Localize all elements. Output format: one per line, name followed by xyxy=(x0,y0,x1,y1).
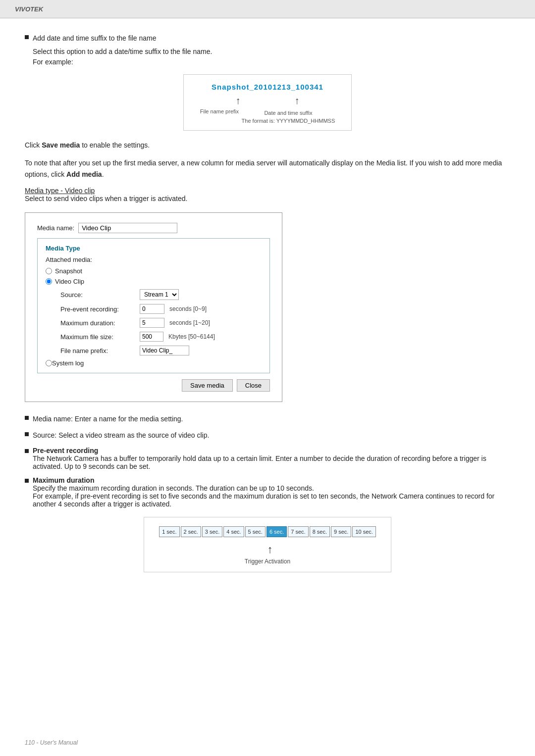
indent-line2: For example: xyxy=(33,57,510,67)
media-type-section-title: Media Type xyxy=(46,245,262,252)
media-name-input[interactable] xyxy=(78,223,177,233)
bullet-pre-event-content: Pre-event recording The Network Camera h… xyxy=(33,447,510,470)
filename-example-box: Snapshot_20101213_100341 ↑ ↑ File name p… xyxy=(183,74,352,131)
brand-label: VIVOTEK xyxy=(15,5,43,13)
bullet-max-duration: Maximum duration Specify the maximum rec… xyxy=(25,476,510,508)
close-button[interactable]: Close xyxy=(237,379,270,392)
snapshot-radio[interactable] xyxy=(46,268,52,274)
bullet-source-text: Source: Select a video stream as the sou… xyxy=(33,430,209,441)
pre-event-row: Pre-event recording: seconds [0~9] xyxy=(60,304,262,314)
media-type-subtext: Select to send video clips when a trigge… xyxy=(25,195,187,202)
timeline-cell: 4 sec. xyxy=(223,526,244,537)
max-duration-label: Maximum duration: xyxy=(60,319,140,327)
max-duration-text1: Specify the maximum recording duration i… xyxy=(33,484,314,492)
pre-event-text: The Network Camera has a buffer to tempo… xyxy=(33,454,486,470)
file-prefix-row: File name prefix: xyxy=(60,346,262,355)
bullet-pre-event: Pre-event recording The Network Camera h… xyxy=(25,447,510,470)
timeline-cell: 5 sec. xyxy=(245,526,266,537)
add-media-para: To note that after you set up the first … xyxy=(25,157,510,180)
save-media-button[interactable]: Save media xyxy=(182,379,233,392)
timeline-cell: 1 sec. xyxy=(159,526,179,537)
timeline-cell: 9 sec. xyxy=(331,526,351,537)
indent-line1: Select this option to add a date/time su… xyxy=(33,47,510,57)
save-media-suffix: to enable the settings. xyxy=(80,141,150,149)
arrows-row: ↑ ↑ xyxy=(194,95,341,106)
media-type-heading: Media type - Video clip Select to send v… xyxy=(25,187,510,202)
media-name-label: Media name: xyxy=(37,224,74,232)
bullet-max-duration-content: Maximum duration Specify the maximum rec… xyxy=(33,476,510,508)
max-duration-title: Maximum duration xyxy=(33,476,94,484)
label-format: The format is: YYYYMMDD_HHMMSS xyxy=(242,118,335,124)
label-datetime: Date and time suffix xyxy=(264,110,312,116)
bullet-date-suffix: Add date and time suffix to the file nam… xyxy=(25,33,510,44)
snapshot-label: Snapshot xyxy=(55,267,82,275)
max-duration-hint: seconds [1~20] xyxy=(169,319,210,326)
source-select[interactable]: Stream 1 xyxy=(140,289,179,300)
timeline-cell: 6 sec. xyxy=(267,526,287,537)
file-prefix-input[interactable] xyxy=(140,346,189,355)
max-file-input[interactable] xyxy=(140,332,163,342)
media-dialog: Media name: Media Type Attached media: S… xyxy=(25,212,282,402)
arrow-prefix: ↑ xyxy=(236,95,241,106)
add-media-bold: Add media xyxy=(66,170,102,178)
video-clip-radio-row: Video Clip xyxy=(46,278,262,285)
timeline-cell: 8 sec. xyxy=(310,526,330,537)
attached-media-label: Attached media: xyxy=(46,256,262,263)
max-duration-row: Maximum duration: seconds [1~20] xyxy=(60,318,262,328)
pre-event-input[interactable] xyxy=(140,304,164,314)
bullet-media-name-text: Media name: Enter a name for the media s… xyxy=(33,414,183,424)
source-label: Source: xyxy=(60,291,140,299)
tl-arrow: ↑ xyxy=(268,543,273,556)
bullet-source: Source: Select a video stream as the sou… xyxy=(25,430,510,441)
tl-label: Trigger Activation xyxy=(154,558,381,565)
max-file-row: Maximum file size: Kbytes [50~6144] xyxy=(60,332,262,342)
labels-row: File name prefix Date and time suffix Th… xyxy=(194,108,341,124)
max-duration-text2: For example, if pre-event recording is s… xyxy=(33,492,494,508)
section-date-suffix: Add date and time suffix to the file nam… xyxy=(25,33,510,131)
save-media-para: Click Save media to enable the settings. xyxy=(25,140,510,151)
snapshot-radio-row: Snapshot xyxy=(46,267,262,275)
timeline-cells: 1 sec.2 sec.3 sec.4 sec.5 sec.6 sec.7 se… xyxy=(154,526,381,537)
page-wrapper: VIVOTEK Add date and time suffix to the … xyxy=(0,0,535,756)
system-log-label: System log xyxy=(52,359,84,367)
max-file-hint: Kbytes [50~6144] xyxy=(168,333,215,340)
bullet-icon-1 xyxy=(25,416,29,420)
add-media-suffix: . xyxy=(102,170,104,178)
video-clip-radio[interactable] xyxy=(46,278,52,285)
bullet-icon xyxy=(25,35,29,39)
source-row: Source: Stream 1 xyxy=(60,289,262,300)
video-clip-options: Source: Stream 1 Pre-event recording: se… xyxy=(60,289,262,355)
footer-page-label: 110 - User's Manual xyxy=(25,739,78,746)
bullet-media-name: Media name: Enter a name for the media s… xyxy=(25,414,510,424)
bullet-icon-3 xyxy=(25,449,29,453)
tl-arrow-row: ↑ xyxy=(154,543,381,556)
system-log-radio-row: System log xyxy=(46,359,262,367)
system-log-radio[interactable] xyxy=(46,360,52,366)
timeline-cell: 3 sec. xyxy=(202,526,222,537)
bullet-icon-2 xyxy=(25,432,29,436)
video-clip-label: Video Clip xyxy=(55,278,84,285)
media-type-section: Media Type Attached media: Snapshot Vide… xyxy=(37,238,270,373)
timeline-cell: 10 sec. xyxy=(352,526,375,537)
bullet-icon-4 xyxy=(25,479,29,483)
arrow-suffix: ↑ xyxy=(295,95,300,106)
file-prefix-label: File name prefix: xyxy=(60,347,140,354)
main-content: Add date and time suffix to the file nam… xyxy=(0,18,535,601)
pre-event-label: Pre-event recording: xyxy=(60,305,140,313)
timeline-box: 1 sec.2 sec.3 sec.4 sec.5 sec.6 sec.7 se… xyxy=(144,517,391,572)
save-media-bold: Save media xyxy=(42,141,80,149)
pre-event-title: Pre-event recording xyxy=(33,447,98,454)
bullet-date-suffix-title: Add date and time suffix to the file nam… xyxy=(33,33,157,44)
media-name-row: Media name: xyxy=(37,223,270,233)
timeline-cell: 2 sec. xyxy=(181,526,201,537)
pre-event-hint: seconds [0~9] xyxy=(169,305,207,312)
media-type-title: Media type - Video clip xyxy=(25,187,95,195)
page-header: VIVOTEK xyxy=(0,0,535,18)
max-file-label: Maximum file size: xyxy=(60,333,140,341)
max-duration-input[interactable] xyxy=(140,318,164,328)
dialog-btn-row: Save media Close xyxy=(37,379,270,392)
save-media-prefix: Click xyxy=(25,141,42,149)
timeline-cell: 7 sec. xyxy=(288,526,308,537)
label-prefix: File name prefix xyxy=(200,108,239,124)
filename-display: Snapshot_20101213_100341 xyxy=(194,83,341,91)
